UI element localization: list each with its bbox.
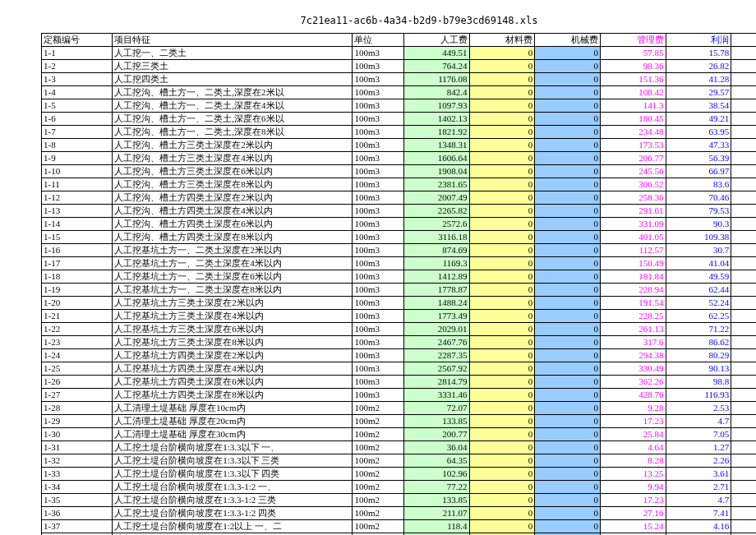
cell: 2287.35 bbox=[403, 349, 469, 362]
cell: 233.66 bbox=[731, 428, 756, 441]
cell: 0 bbox=[469, 99, 535, 113]
cell: 1-14 bbox=[42, 218, 113, 231]
cell: 0 bbox=[469, 520, 535, 533]
table-row: 1-9人工挖沟、槽土方三类土深度在4米以内100m31606.6400206.7… bbox=[42, 152, 757, 165]
cell: 0 bbox=[535, 205, 601, 218]
cell: 0 bbox=[535, 113, 601, 126]
cell: 0 bbox=[535, 376, 601, 389]
cell: 57.85 bbox=[600, 47, 666, 60]
cell: 100m3 bbox=[353, 389, 403, 402]
cell: 2814.79 bbox=[403, 376, 469, 389]
cell: 0 bbox=[535, 218, 601, 231]
table-row: 1-11人工挖沟、槽土方三类土深度在8米以内100m32381.6500306.… bbox=[42, 178, 757, 191]
table-row: 1-15人工挖沟、槽土方四类土深度在8米以内100m33116.1800401.… bbox=[42, 231, 757, 244]
cell: 1-19 bbox=[42, 284, 113, 297]
cell: 1368.72 bbox=[731, 73, 756, 86]
cell: 100m2 bbox=[353, 428, 403, 441]
cell: 人工挖沟、槽土方一、二类土,深度在6米以 bbox=[113, 113, 353, 126]
cell: 人工挖沟、槽土方四类土深度在6米以内 bbox=[113, 218, 353, 231]
cell: 764.24 bbox=[403, 60, 469, 73]
cell: 0 bbox=[535, 165, 601, 178]
cell: 0 bbox=[535, 507, 601, 520]
cell: 100m3 bbox=[353, 244, 403, 257]
cell: 1-18 bbox=[42, 270, 113, 284]
cell: 100m3 bbox=[353, 336, 403, 349]
cell: 245.64 bbox=[731, 507, 756, 520]
cell: 1732.02 bbox=[731, 297, 756, 310]
cell: 100m3 bbox=[353, 218, 403, 231]
cell: 74.89 bbox=[731, 454, 756, 468]
cell: 0 bbox=[469, 270, 535, 284]
cell: 100m3 bbox=[353, 113, 403, 126]
cell: 100m2 bbox=[353, 520, 403, 533]
table-row: 1-14人工挖沟、槽土方四类土深度在6米以内100m32572.600331.0… bbox=[42, 218, 757, 231]
cell: 0 bbox=[469, 218, 535, 231]
cell: 100m3 bbox=[353, 310, 403, 323]
cell: 0 bbox=[469, 310, 535, 323]
cell: 0 bbox=[469, 428, 535, 441]
cell: 人工挖沟、槽土方四类土深度在8米以内 bbox=[113, 231, 353, 244]
cell: 0 bbox=[535, 231, 601, 244]
cell: 141.3 bbox=[600, 99, 666, 113]
table-row: 1-37人工挖土堤台阶横向坡度在1:2以上 一、二100m2118.40015.… bbox=[42, 520, 757, 533]
table-row: 1-2人工挖三类土100m3764.240098.3626.82889.42 bbox=[42, 60, 757, 73]
cell: 17.23 bbox=[600, 415, 666, 428]
cell: 人工挖基坑土方四类土深度在4米以内 bbox=[113, 362, 353, 376]
cell: 0 bbox=[535, 310, 601, 323]
cell: 100m3 bbox=[353, 362, 403, 376]
cell: 2007.49 bbox=[403, 191, 469, 205]
table-row: 1-34人工挖土堤台阶横向坡度在1:3.3-1:2 一、100m277.2200… bbox=[42, 481, 757, 494]
cell: 25.84 bbox=[600, 428, 666, 441]
cell: 人工挖土堤台阶横向坡度在1:3.3-1:2 一、 bbox=[113, 481, 353, 494]
cell: 人工挖一、二类土 bbox=[113, 47, 353, 60]
cell: 1-11 bbox=[42, 178, 113, 191]
cell: 0 bbox=[535, 60, 601, 73]
cell: 294.38 bbox=[600, 349, 666, 362]
cell: 1-23 bbox=[42, 336, 113, 349]
file-title: 7c21ea11-ac6b-4a34-b2d9-b79e3cd69148.xls bbox=[41, 8, 756, 33]
cell: 0 bbox=[469, 323, 535, 336]
cell: 133.85 bbox=[403, 494, 469, 507]
cell: 人工挖沟、槽土方三类土深度在6米以内 bbox=[113, 165, 353, 178]
cell: 49.21 bbox=[666, 113, 731, 126]
col-header-7: 利润 bbox=[666, 34, 731, 47]
cell: 155.78 bbox=[731, 415, 756, 428]
cell: 1-2 bbox=[42, 60, 113, 73]
cell: 0 bbox=[469, 441, 535, 454]
cell: 3331.46 bbox=[403, 389, 469, 402]
cell: 100m3 bbox=[353, 99, 403, 113]
cell: 330.49 bbox=[600, 362, 666, 376]
cell: 63.95 bbox=[666, 126, 731, 139]
cell: 228.25 bbox=[600, 310, 666, 323]
cell: 0 bbox=[469, 481, 535, 494]
cell: 0 bbox=[535, 336, 601, 349]
table-row: 1-5人工挖沟、槽土方一、二类土,深度在4米以100m31097.9300141… bbox=[42, 99, 757, 113]
cell: 0 bbox=[535, 428, 601, 441]
data-table: 定额编号项目特征单位人工费材料费机械费管理费利润综合单价 1-1人工挖一、二类土… bbox=[41, 33, 756, 535]
cell: 0 bbox=[469, 191, 535, 205]
cell: 1-8 bbox=[42, 139, 113, 152]
table-row: 1-30人工清理土堤基础 厚度在30cm内100m2200.770025.847… bbox=[42, 428, 757, 441]
cell: 109.38 bbox=[666, 231, 731, 244]
cell: 1773.49 bbox=[403, 310, 469, 323]
col-header-1: 项目特征 bbox=[113, 34, 353, 47]
cell: 0 bbox=[535, 520, 601, 533]
cell: 3.61 bbox=[666, 468, 731, 481]
cell: 0 bbox=[535, 152, 601, 165]
cell: 15.78 bbox=[666, 47, 731, 60]
cell: 0 bbox=[469, 244, 535, 257]
cell: 83.88 bbox=[731, 402, 756, 415]
cell: 4.64 bbox=[600, 441, 666, 454]
cell: 100m2 bbox=[353, 494, 403, 507]
cell: 1-3 bbox=[42, 73, 113, 86]
cell: 3116.18 bbox=[403, 231, 469, 244]
cell: 71.22 bbox=[666, 323, 731, 336]
cell: 1-13 bbox=[42, 205, 113, 218]
table-row: 1-19人工挖基坑土方一、二类土深度在8米以内100m31778.8700228… bbox=[42, 284, 757, 297]
col-header-5: 机械费 bbox=[535, 34, 601, 47]
cell: 1606.64 bbox=[403, 152, 469, 165]
table-row: 1-23人工挖基坑土方三类土深度在8米以内100m32467.7600317.6… bbox=[42, 336, 757, 349]
col-header-4: 材料费 bbox=[469, 34, 535, 47]
cell: 173.53 bbox=[600, 139, 666, 152]
cell: 4.7 bbox=[666, 494, 731, 507]
